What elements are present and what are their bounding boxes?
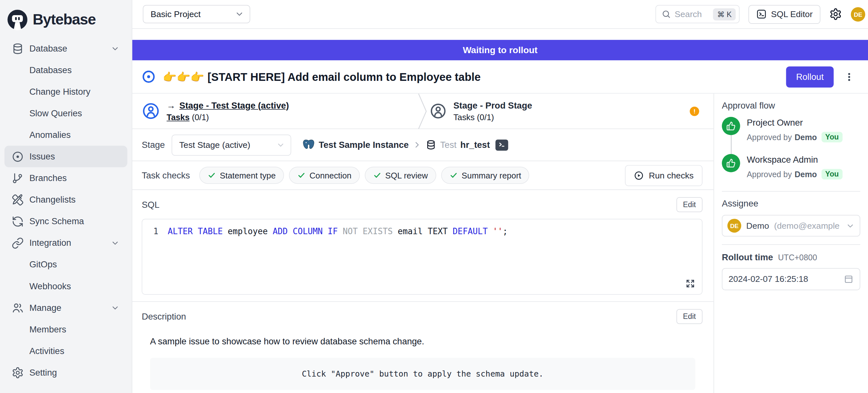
sidebar-item-branches[interactable]: Branches	[4, 167, 127, 189]
main-content: →Stage - Test Stage (active) Tasks (0/1)…	[132, 94, 713, 393]
issue-side-panel: Approval flow Project OwnerApproved byDe…	[713, 94, 868, 393]
stage-test-tasks-link[interactable]: Tasks	[167, 112, 190, 121]
sidebar-item-change-history[interactable]: Change History	[4, 81, 127, 102]
stage-selector-label: Stage	[142, 140, 165, 150]
sidebar-item-label: Members	[29, 324, 66, 334]
issue-title-emoji: 👉👉👉	[163, 70, 204, 83]
sidebar-item-database[interactable]: Database	[4, 38, 127, 59]
users-icon	[11, 302, 24, 314]
sidebar-item-setting[interactable]: Setting	[4, 362, 127, 383]
search-input[interactable]: Search ⌘ K	[655, 5, 739, 23]
approval-step-project-owner: Project OwnerApproved byDemoYou	[722, 117, 860, 142]
rollout-timezone: UTC+0800	[778, 253, 817, 262]
run-checks-button[interactable]: Run checks	[625, 165, 703, 186]
sql-token: ADD COLUMN IF	[273, 226, 343, 237]
play-circle-icon	[634, 171, 644, 180]
approval-step-text: Workspace AdminApproved byDemoYou	[747, 154, 843, 179]
sidebar-item-label: Slow Queries	[29, 108, 82, 118]
topbar-actions: Search ⌘ K SQL Editor DE	[655, 5, 868, 24]
expand-editor-icon[interactable]	[685, 279, 695, 289]
chevron-down-icon	[235, 9, 244, 19]
user-avatar[interactable]: DE	[851, 7, 865, 21]
chevron-right-icon	[412, 140, 422, 149]
topbar: Basic Project Search ⌘ K SQL Editor	[132, 0, 868, 29]
sql-editor[interactable]: 1 ALTER TABLE employee ADD COLUMN IF NOT…	[142, 219, 703, 295]
approved-thumbs-up-icon	[722, 154, 740, 172]
check-icon	[297, 171, 306, 179]
sidebar-item-members[interactable]: Members	[4, 319, 127, 340]
sql-token: employee	[228, 226, 273, 237]
approval-step-workspace-admin: Workspace AdminApproved byDemoYou	[722, 154, 860, 179]
check-icon	[373, 171, 381, 179]
sql-token: NOT EXISTS	[343, 226, 398, 237]
sidebar-item-gitops[interactable]: GitOps	[4, 253, 127, 275]
rollout-time-input[interactable]: 2024-02-07 16:25:18	[722, 268, 860, 290]
sql-token: ;	[503, 226, 508, 237]
project-select[interactable]: Basic Project	[143, 5, 250, 23]
sidebar-item-issues[interactable]: Issues	[4, 146, 127, 167]
sidebar-item-label: Change History	[29, 87, 90, 97]
stage-card-test[interactable]: →Stage - Test Stage (active) Tasks (0/1)	[132, 94, 289, 128]
sidebar-item-changelists[interactable]: Changelists	[4, 189, 127, 210]
stage-warning-icon	[690, 106, 699, 116]
stage-prod-tasks: Tasks	[453, 112, 474, 121]
chevron-down-icon	[276, 141, 285, 149]
changelist-icon	[11, 193, 24, 206]
issue-title-text: [START HERE] Add email column to Employe…	[208, 70, 481, 83]
rollout-time-value: 2024-02-07 16:25:18	[728, 274, 844, 284]
sidebar-item-manage[interactable]: Manage	[4, 297, 127, 319]
rollout-button[interactable]: Rollout	[786, 66, 834, 87]
stage-prod-name: Stage - Prod Stage	[453, 100, 532, 111]
check-icon	[450, 171, 458, 179]
issue-header-actions: Rollout	[786, 66, 868, 87]
search-shortcut-badge: ⌘ K	[713, 8, 735, 20]
stage-person-icon-active	[142, 102, 160, 120]
sidebar-item-slow-queries[interactable]: Slow Queries	[4, 102, 127, 124]
sidebar-item-webhooks[interactable]: Webhooks	[4, 275, 127, 297]
task-checks-row: Task checks Statement typeConnectionSQL …	[132, 161, 713, 190]
you-badge: You	[821, 169, 843, 179]
kebab-menu-icon[interactable]	[843, 70, 856, 84]
sidebar-nav: DatabaseDatabasesChange HistorySlow Quer…	[0, 34, 132, 383]
sql-token: ''	[493, 226, 503, 237]
approved-by-label: Approved by	[747, 170, 792, 179]
sidebar-item-sync-schema[interactable]: Sync Schema	[4, 210, 127, 232]
line-number: 1	[142, 226, 168, 237]
open-sql-console-icon[interactable]	[495, 139, 508, 150]
sql-edit-button[interactable]: Edit	[676, 197, 703, 212]
sql-token: ALTER TABLE	[168, 226, 228, 237]
brand-logo[interactable]: Bytebase	[0, 0, 132, 34]
branch-icon	[11, 172, 24, 184]
stage-selector-row: Stage Test Stage (active) Test Sample In…	[132, 129, 713, 161]
database-name[interactable]: hr_test	[460, 140, 490, 150]
stage-card-prod[interactable]: Stage - Prod Stage Tasks (0/1)	[430, 94, 713, 128]
task-check-connection[interactable]: Connection	[289, 167, 360, 184]
stage-prod-tasks-count: (0/1)	[477, 112, 494, 121]
sidebar: Bytebase DatabaseDatabasesChange History…	[0, 0, 132, 393]
sidebar-item-anomalies[interactable]: Anomalies	[4, 124, 127, 146]
sql-editor-button[interactable]: SQL Editor	[748, 5, 820, 24]
sidebar-item-label: Sync Schema	[29, 216, 84, 226]
sidebar-item-activities[interactable]: Activities	[4, 340, 127, 362]
task-check-pills: Statement typeConnectionSQL reviewSummar…	[199, 167, 529, 184]
panel-divider	[722, 244, 860, 245]
assignee-select[interactable]: DE Demo (demo@example	[722, 215, 860, 237]
instance-name[interactable]: Test Sample Instance	[319, 140, 409, 150]
database-icon	[426, 140, 437, 150]
sidebar-item-integration[interactable]: Integration	[4, 232, 127, 253]
sidebar-item-label: Manage	[29, 303, 61, 313]
description-edit-button[interactable]: Edit	[676, 309, 703, 324]
sidebar-item-databases[interactable]: Databases	[4, 59, 127, 81]
task-check-statement-type[interactable]: Statement type	[199, 167, 284, 184]
assignee-avatar: DE	[727, 219, 741, 233]
sql-token: DEFAULT	[453, 226, 493, 237]
task-check-sql-review[interactable]: SQL review	[365, 167, 436, 184]
status-banner: Waiting to rollout	[132, 40, 868, 61]
task-check-label: Summary report	[462, 171, 521, 180]
link-icon	[11, 237, 24, 249]
sidebar-item-label: Issues	[29, 151, 55, 161]
stage-select-value: Test Stage (active)	[179, 140, 250, 150]
task-check-summary-report[interactable]: Summary report	[441, 167, 529, 184]
settings-gear-icon[interactable]	[829, 8, 842, 21]
stage-select[interactable]: Test Stage (active)	[172, 134, 291, 155]
